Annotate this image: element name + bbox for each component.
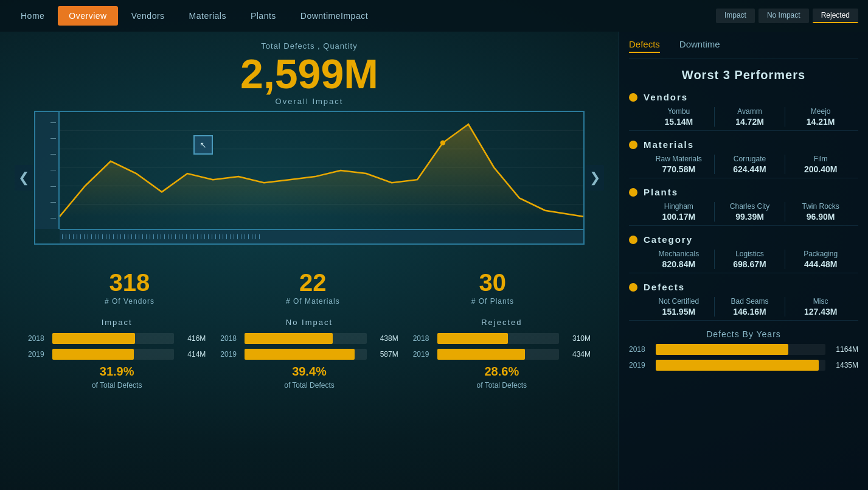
bar-fill: [52, 349, 134, 360]
perf-name: Film: [785, 155, 856, 163]
performer-section-materials: Materials Raw Materials 770.58M Corrugat…: [629, 139, 858, 178]
perf-name: Avamm: [715, 107, 785, 116]
dby-value: 1164M: [830, 345, 858, 354]
x-tick: [259, 234, 263, 239]
perf-value: 100.17M: [644, 212, 714, 222]
y-tick: —: [50, 136, 56, 141]
stat-item: 30 # Of Plants: [471, 270, 514, 306]
bar-fill: [437, 349, 525, 360]
stat-number: 318: [105, 270, 155, 295]
bar-group: Rejected 2018 310M 2019 434M 28.6% of To…: [406, 318, 598, 390]
perf-item: Film 200.40M: [785, 155, 856, 174]
perf-dot: [629, 236, 637, 244]
bar-group: Impact 2018 416M 2019 414M 31.9% of Tota…: [21, 318, 213, 390]
perf-name: Raw Materials: [644, 155, 714, 163]
y-tick: —: [50, 152, 56, 157]
perf-category: Category: [644, 234, 693, 245]
stat-item: 318 # Of Vendors: [105, 270, 155, 306]
perf-value: 14.21M: [785, 117, 856, 127]
bar-percent-label: of Total Defects: [413, 381, 591, 390]
perf-item: Mechanicals 820.84M: [644, 250, 714, 269]
perf-dot: [629, 283, 637, 292]
bar-fill: [52, 333, 135, 344]
bar-summary: 28.6% of Total Defects: [413, 365, 591, 390]
perf-value: 96.90M: [785, 212, 856, 222]
perf-dot: [629, 141, 637, 149]
perf-name: Logistics: [715, 250, 785, 258]
dby-bar-fill: [656, 360, 819, 371]
top-nav: Home Overview Vendors Materials Plants D…: [0, 0, 868, 32]
perf-divider: [629, 178, 858, 178]
perf-value: 14.72M: [715, 117, 785, 127]
next-arrow[interactable]: ❯: [586, 165, 604, 191]
perf-item: Packaging 444.48M: [785, 250, 856, 269]
cursor-marker: ↖: [193, 135, 213, 155]
nav-materials[interactable]: Materials: [178, 6, 237, 26]
nav-vendors[interactable]: Vendors: [120, 6, 176, 26]
dby-year: 2019: [629, 361, 651, 369]
stats-row: 318 # Of Vendors 22 # Of Materials 30 # …: [15, 270, 604, 306]
svg-point-6: [440, 140, 445, 145]
perf-header: Category: [629, 234, 858, 245]
perf-name: Mechanicals: [644, 250, 714, 258]
bar-row: 2018 310M: [413, 333, 591, 344]
bar-value: 414M: [179, 350, 206, 359]
bar-value: 587M: [372, 350, 398, 359]
y-tick: —: [50, 200, 56, 205]
perf-item: Twin Rocks 96.90M: [785, 202, 856, 222]
dby-row: 2018 1164M: [629, 344, 858, 355]
prev-arrow[interactable]: ❮: [15, 165, 33, 191]
stat-number: 22: [286, 270, 340, 295]
tab-defects[interactable]: Defects: [629, 39, 660, 53]
bar-percent: 39.4%: [292, 365, 327, 378]
filter-rejected[interactable]: Rejected: [813, 9, 858, 23]
bar-group-title: No Impact: [220, 318, 398, 327]
perf-name: Corrugate: [715, 155, 785, 163]
perf-name: Yombu: [644, 107, 714, 116]
nav-downtime[interactable]: DowntimeImpact: [290, 6, 379, 26]
main-layout: Total Defects , Quantity 2,599M Overall …: [0, 32, 868, 490]
bar-track: [437, 349, 559, 360]
perf-category: Vendors: [644, 92, 688, 102]
tab-downtime[interactable]: Downtime: [679, 39, 720, 53]
bar-row: 2019 414M: [28, 349, 206, 360]
perf-item: Hingham 100.17M: [644, 202, 714, 222]
dby-bar-track: [656, 344, 825, 355]
bar-percent: 28.6%: [484, 365, 519, 378]
perf-value: 99.39M: [715, 212, 785, 222]
svg-marker-5: [60, 124, 583, 217]
chart-title: Total Defects , Quantity: [15, 41, 604, 51]
perf-item: Meejo 14.21M: [785, 107, 856, 127]
nav-home[interactable]: Home: [10, 6, 55, 26]
y-tick: —: [50, 184, 56, 189]
bar-year: 2019: [28, 350, 47, 359]
perf-items: Mechanicals 820.84M Logistics 698.67M Pa…: [629, 250, 858, 269]
filter-no-impact[interactable]: No Impact: [759, 9, 809, 23]
dby-row: 2019 1435M: [629, 360, 858, 371]
perf-header: Defects: [629, 282, 858, 292]
stat-label: # Of Plants: [471, 297, 514, 306]
perf-category: Defects: [644, 282, 685, 292]
dby-year: 2018: [629, 345, 651, 354]
perf-value: 624.44M: [715, 164, 785, 174]
performer-section-category: Category Mechanicals 820.84M Logistics 6…: [629, 234, 858, 273]
perf-category: Materials: [644, 139, 694, 150]
nav-overview[interactable]: Overview: [58, 6, 117, 26]
bar-summary: 31.9% of Total Defects: [28, 365, 206, 390]
filter-impact[interactable]: Impact: [716, 9, 755, 23]
perf-name: Twin Rocks: [785, 202, 856, 211]
perf-item: Not Certified 151.95M: [644, 297, 714, 317]
bar-value: 310M: [564, 334, 591, 343]
bar-percent-label: of Total Defects: [28, 381, 206, 390]
performer-section-defects: Defects Not Certified 151.95M Bad Seams …: [629, 282, 858, 321]
perf-item: Corrugate 624.44M: [714, 155, 785, 174]
perf-value: 698.67M: [715, 259, 785, 269]
bar-fill: [245, 349, 354, 360]
y-tick: —: [50, 120, 56, 125]
nav-plants[interactable]: Plants: [240, 6, 287, 26]
bar-value: 434M: [564, 350, 591, 359]
perf-value: 770.58M: [644, 164, 714, 174]
bar-track: [52, 349, 174, 360]
performer-section-vendors: Vendors Yombu 15.14M Avamm 14.72M Meejo …: [629, 92, 858, 131]
bar-group-title: Rejected: [413, 318, 591, 327]
